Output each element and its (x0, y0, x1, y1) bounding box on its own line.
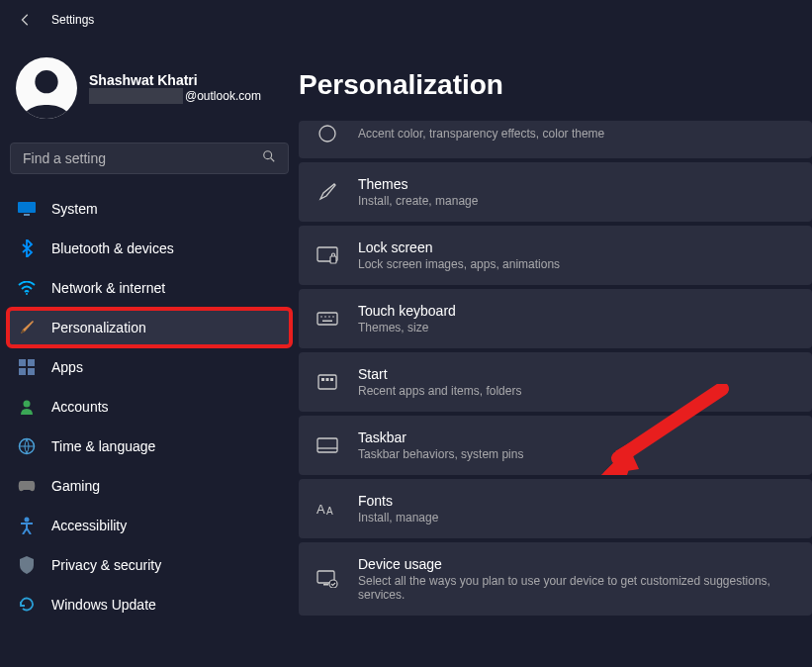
svg-rect-21 (322, 321, 332, 323)
svg-text:A: A (326, 506, 333, 517)
nav-label: Network & internet (51, 280, 165, 296)
card-lockscreen[interactable]: Lock screenLock screen images, apps, ani… (299, 226, 812, 285)
svg-point-10 (24, 401, 31, 408)
svg-rect-6 (19, 359, 26, 366)
nav-item-accessibility[interactable]: Accessibility (8, 507, 291, 544)
svg-rect-15 (330, 256, 336, 263)
monitor-icon (18, 200, 36, 218)
svg-point-32 (329, 580, 337, 588)
svg-point-0 (35, 70, 57, 93)
svg-text:A: A (316, 502, 325, 517)
search-icon (262, 149, 276, 167)
card-sub: Accent color, transparency effects, colo… (358, 127, 604, 141)
nav-label: Gaming (51, 478, 100, 494)
svg-rect-9 (28, 368, 35, 375)
nav-label: Windows Update (51, 597, 156, 613)
nav-label: System (51, 201, 98, 217)
svg-rect-22 (318, 375, 336, 389)
nav-label: Accessibility (51, 518, 127, 533)
svg-rect-3 (18, 202, 36, 213)
svg-point-17 (320, 316, 322, 318)
svg-rect-23 (321, 378, 324, 381)
nav-item-system[interactable]: System (8, 190, 291, 228)
card-title: Touch keyboard (358, 303, 456, 319)
svg-rect-8 (19, 368, 26, 375)
nav-item-update[interactable]: Windows Update (8, 586, 291, 623)
card-deviceusage[interactable]: Device usageSelect all the ways you plan… (299, 542, 812, 616)
sync-icon (18, 596, 36, 614)
card-colors[interactable]: Accent color, transparency effects, colo… (299, 121, 812, 158)
card-sub: Install, manage (358, 511, 438, 524)
nav-item-gaming[interactable]: Gaming (8, 467, 291, 505)
nav-item-privacy[interactable]: Privacy & security (8, 546, 291, 584)
card-themes[interactable]: ThemesInstall, create, manage (299, 162, 812, 222)
svg-point-20 (332, 316, 334, 318)
nav-item-apps[interactable]: Apps (8, 348, 291, 386)
nav-item-network[interactable]: Network & internet (8, 269, 291, 307)
apps-icon (18, 358, 36, 376)
svg-rect-24 (326, 378, 329, 381)
nav-label: Bluetooth & devices (51, 240, 174, 256)
card-title: Start (358, 366, 521, 382)
svg-line-2 (271, 158, 275, 162)
person-icon (18, 398, 36, 416)
taskbar-icon (316, 434, 338, 456)
profile-email: @outlook.com (89, 88, 261, 104)
card-title: Lock screen (358, 239, 560, 255)
svg-point-1 (264, 151, 272, 159)
nav-label: Apps (51, 359, 83, 375)
svg-rect-31 (323, 584, 328, 586)
globe-clock-icon (18, 437, 36, 455)
brush-icon (316, 181, 338, 203)
svg-rect-25 (330, 378, 333, 381)
paintbrush-icon (18, 319, 36, 336)
card-sub: Lock screen images, apps, animations (358, 257, 560, 271)
avatar (16, 57, 77, 119)
svg-rect-26 (317, 438, 337, 452)
accessibility-icon (18, 517, 36, 534)
profile-block[interactable]: Shashwat Khatri @outlook.com (8, 49, 291, 135)
card-title: Device usage (358, 556, 794, 572)
card-fonts[interactable]: AA FontsInstall, manage (299, 479, 812, 538)
device-check-icon (316, 568, 338, 590)
back-button[interactable] (14, 8, 38, 32)
sidebar: Shashwat Khatri @outlook.com Find a sett… (0, 40, 299, 667)
lockscreen-icon (316, 244, 338, 266)
card-sub: Themes, size (358, 321, 456, 334)
page-title: Personalization (299, 69, 812, 101)
svg-point-12 (25, 518, 30, 523)
keyboard-icon (316, 308, 338, 330)
nav-item-personalization[interactable]: Personalization (8, 309, 291, 346)
card-start[interactable]: StartRecent apps and items, folders (299, 352, 812, 412)
svg-point-18 (324, 316, 326, 318)
bluetooth-icon (18, 239, 36, 257)
fonts-icon: AA (316, 498, 338, 520)
card-title: Taskbar (358, 429, 523, 445)
search-input[interactable]: Find a setting (10, 143, 289, 174)
gamepad-icon (18, 477, 36, 495)
card-sub: Install, create, manage (358, 194, 478, 208)
card-touchkb[interactable]: Touch keyboardThemes, size (299, 289, 812, 348)
svg-rect-4 (24, 214, 30, 216)
card-sub: Recent apps and items, folders (358, 384, 521, 398)
card-title: Fonts (358, 493, 438, 509)
svg-rect-7 (28, 359, 35, 366)
nav-label: Privacy & security (51, 557, 161, 573)
profile-name: Shashwat Khatri (89, 72, 261, 88)
card-taskbar[interactable]: TaskbarTaskbar behaviors, system pins (299, 416, 812, 475)
card-sub: Taskbar behaviors, system pins (358, 447, 523, 461)
nav-item-bluetooth[interactable]: Bluetooth & devices (8, 230, 291, 267)
nav-item-accounts[interactable]: Accounts (8, 388, 291, 426)
nav-label: Time & language (51, 438, 155, 454)
nav-label: Accounts (51, 399, 109, 415)
card-list: Accent color, transparency effects, colo… (299, 121, 812, 616)
header-bar: Settings (0, 0, 812, 40)
svg-point-13 (319, 126, 335, 142)
header-title: Settings (51, 13, 94, 27)
card-title: Themes (358, 176, 478, 192)
main-panel: Personalization Accent color, transparen… (299, 40, 812, 667)
card-sub: Select all the ways you plan to use your… (358, 574, 794, 602)
nav-item-time[interactable]: Time & language (8, 428, 291, 465)
svg-point-19 (328, 316, 330, 318)
svg-point-5 (26, 293, 28, 295)
